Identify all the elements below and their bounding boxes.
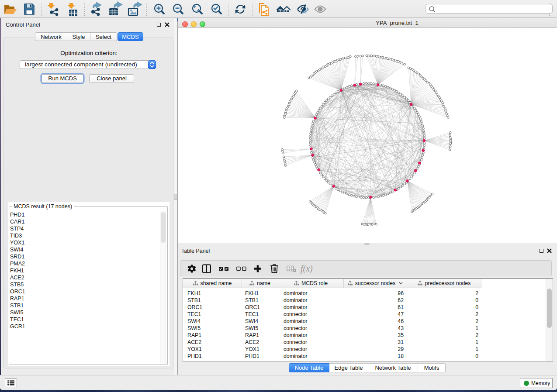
svg-text:f(x): f(x) — [301, 264, 313, 274]
